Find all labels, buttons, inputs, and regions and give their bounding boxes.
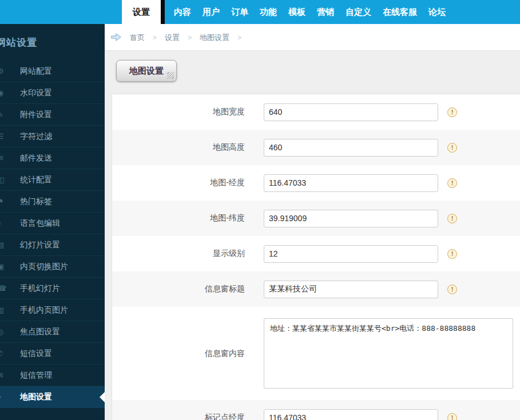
nav-tab[interactable]: 订单 [231, 7, 248, 18]
form-row-map-height: 地图高度! [112, 130, 520, 165]
marker-longitude-input[interactable] [264, 409, 438, 420]
nav-tabs: 内容用户订单功能模板营销自定义在线客服论坛 [168, 0, 451, 24]
form-row-info-window-title: 信息窗标题! [112, 271, 520, 307]
tab-settings[interactable]: 设置 [122, 0, 161, 24]
breadcrumb-separator: > [153, 34, 157, 42]
sidebar-item-幻灯片设置[interactable]: ▤幻灯片设置 [0, 234, 105, 256]
nav-tab[interactable]: 论坛 [428, 7, 446, 18]
sidebar-item-地图设置[interactable]: ⌖地图设置 [0, 386, 105, 408]
info-window-content-label: 信息窗内容 [112, 349, 264, 359]
sidebar-menu: ⚙网站配置◉水印设置✎附件设置☰字符过滤✉邮件发送◫统计配置⚑热门标签○语言包编… [0, 61, 105, 408]
sidebar-item-手机内页图片[interactable]: ▥手机内页图片 [0, 299, 105, 321]
map-icon: ⌖ [0, 386, 7, 407]
form-row-zoom-level: 显示级别! [112, 236, 520, 271]
warning-icon: ! [447, 178, 457, 188]
breadcrumb: 首页>设置>地图设置> [105, 24, 520, 51]
breadcrumb-items: 首页>设置>地图设置> [130, 32, 249, 43]
breadcrumb-separator: > [188, 34, 192, 42]
sidebar-item-热门标签[interactable]: ⚑热门标签 [0, 191, 105, 213]
map-height-label: 地图高度 [112, 142, 264, 153]
nav-tab[interactable]: 用户 [203, 7, 220, 18]
map-latitude-label: 地图-纬度 [112, 213, 264, 223]
main-content: 首页>设置>地图设置> 地图设置 地图宽度!地图高度!地图-经度!地图-纬度!显… [105, 24, 520, 420]
form-row-info-window-content: 信息窗内容 [112, 307, 520, 400]
info-window-title-input[interactable] [264, 281, 438, 298]
sidebar-item-邮件发送[interactable]: ✉邮件发送 [0, 147, 105, 169]
nav-tab[interactable]: 在线客服 [383, 7, 417, 18]
sidebar-title: 网站设置 [0, 36, 105, 49]
warning-icon: ! [447, 107, 457, 117]
sidebar-item-语言包编辑[interactable]: ○语言包编辑 [0, 213, 105, 234]
droplet-icon: ◉ [0, 82, 7, 103]
map-height-input[interactable] [264, 139, 438, 157]
top-navigation: 设置 内容用户订单功能模板营销自定义在线客服论坛 [0, 0, 520, 24]
warning-icon: ! [447, 413, 457, 420]
marker-longitude-label: 标记点经度 [112, 413, 264, 420]
nav-left-spacer [0, 0, 122, 24]
gear-icon: ⚙ [0, 61, 7, 82]
chart-icon: ◫ [0, 169, 7, 190]
map-width-label: 地图宽度 [112, 107, 264, 117]
nav-tab[interactable]: 功能 [260, 7, 277, 18]
form-row-marker-longitude: 标记点经度! [112, 400, 520, 420]
sidebar-item-水印设置[interactable]: ◉水印设置 [0, 82, 105, 104]
map-latitude-input[interactable] [264, 210, 438, 227]
sidebar-item-网站配置[interactable]: ⚙网站配置 [0, 61, 105, 82]
zoom-level-input[interactable] [264, 245, 438, 263]
breadcrumb-item[interactable]: 首页 [130, 33, 145, 42]
focus-icon: ◎ [0, 321, 7, 342]
active-tab-divider [161, 0, 165, 24]
info-window-content-textarea[interactable] [264, 318, 513, 389]
sidebar-item-短信设置[interactable]: ✆短信设置 [0, 343, 105, 365]
sidebar-item-附件设置[interactable]: ✎附件设置 [0, 104, 105, 126]
sms-icon: ✆ [0, 343, 7, 364]
sidebar-item-字符过滤[interactable]: ☰字符过滤 [0, 126, 105, 147]
sidebar-item-统计配置[interactable]: ◫统计配置 [0, 169, 105, 191]
message-icon: ✉ [0, 365, 7, 386]
nav-tab[interactable]: 自定义 [346, 7, 371, 18]
warning-icon: ! [447, 143, 457, 153]
phone-icon: ☎ [0, 278, 7, 299]
nav-tab[interactable]: 内容 [174, 7, 191, 18]
slideshow-icon: ▤ [0, 234, 7, 255]
breadcrumb-item[interactable]: 设置 [165, 33, 180, 42]
nav-tab[interactable]: 营销 [317, 7, 334, 18]
sidebar-item-短信管理[interactable]: ✉短信管理 [0, 365, 105, 386]
map-settings-section-button[interactable]: 地图设置 [116, 60, 177, 82]
globe-icon: ○ [0, 213, 7, 234]
form-row-map-latitude: 地图-纬度! [112, 201, 520, 236]
info-window-title-label: 信息窗标题 [112, 284, 264, 294]
page-body: 地图设置 地图宽度!地图高度!地图-经度!地图-纬度!显示级别!信息窗标题!信息… [105, 51, 520, 420]
form-row-map-longitude: 地图-经度! [112, 165, 520, 201]
sidebar-item-手机幻灯片[interactable]: ☎手机幻灯片 [0, 278, 105, 299]
map-width-input[interactable] [264, 103, 438, 121]
map-longitude-input[interactable] [264, 174, 438, 192]
active-item-arrow-icon [100, 392, 105, 402]
sidebar-item-焦点图设置[interactable]: ◎焦点图设置 [0, 321, 105, 343]
paperclip-icon: ✎ [0, 104, 7, 125]
warning-icon: ! [447, 214, 457, 223]
mail-icon: ✉ [0, 147, 7, 169]
nav-tab[interactable]: 模板 [288, 7, 305, 18]
filter-icon: ☰ [0, 126, 7, 147]
form-row-map-width: 地图宽度! [112, 94, 520, 130]
image-icon: ▣ [0, 256, 7, 277]
admin-screen: 设置 内容用户订单功能模板营销自定义在线客服论坛 网站设置 ⚙网站配置◉水印设置… [0, 0, 520, 420]
resize-grip-icon [167, 72, 174, 79]
phone-image-icon: ▥ [0, 299, 7, 321]
sidebar: 网站设置 ⚙网站配置◉水印设置✎附件设置☰字符过滤✉邮件发送◫统计配置⚑热门标签… [0, 24, 105, 420]
breadcrumb-item[interactable]: 地图设置 [200, 33, 229, 42]
sidebar-item-内页切换图片[interactable]: ▣内页切换图片 [0, 256, 105, 278]
home-arrow-icon [110, 33, 122, 42]
section-button-label: 地图设置 [129, 66, 164, 75]
breadcrumb-separator: > [237, 34, 241, 42]
zoom-level-label: 显示级别 [112, 249, 264, 259]
map-longitude-label: 地图-经度 [112, 178, 264, 188]
map-settings-form: 地图宽度!地图高度!地图-经度!地图-纬度!显示级别!信息窗标题!信息窗内容标记… [112, 94, 520, 420]
warning-icon: ! [447, 249, 457, 259]
warning-icon: ! [447, 285, 457, 294]
tag-icon: ⚑ [0, 191, 7, 212]
